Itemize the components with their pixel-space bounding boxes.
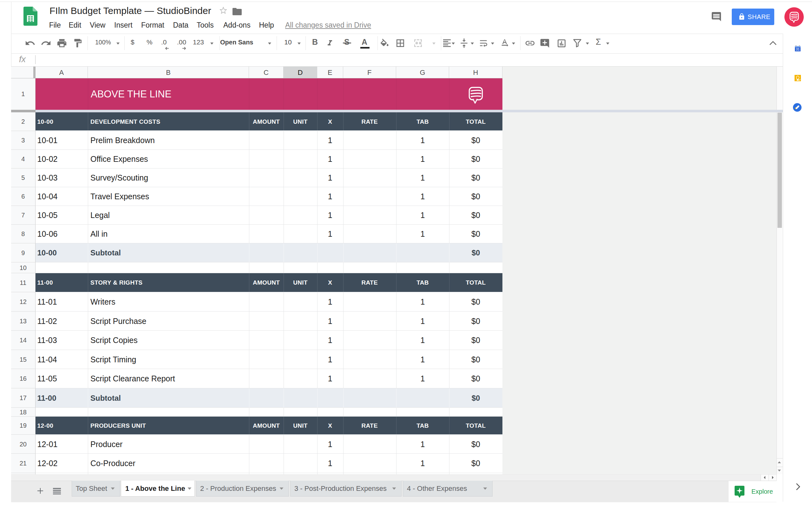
svg-text:31: 31 <box>796 47 800 51</box>
